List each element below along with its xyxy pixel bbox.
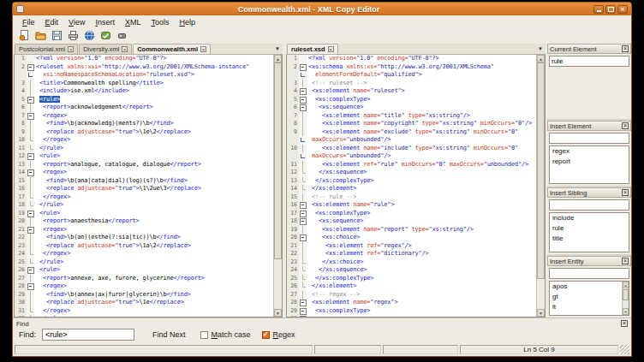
- fold-toggle-icon[interactable]: [27, 282, 34, 291]
- tab-commonwealth-xml[interactable]: Commonwealth.xml: [133, 44, 211, 54]
- code-line[interactable]: 16 <replace adjustcase="true">\1\2ue\3</…: [15, 185, 273, 193]
- resize-grip[interactable]: [620, 345, 629, 354]
- code-line[interactable]: 21 <xs:element ref="regex"/>: [287, 242, 536, 251]
- code-line[interactable]: 20 <report>anaesthesia</report>: [15, 217, 273, 226]
- code-line[interactable]: 3 <!-- ruleset -->: [287, 80, 536, 88]
- tab-close-icon[interactable]: [122, 46, 128, 52]
- fold-toggle-icon[interactable]: [299, 63, 307, 72]
- right-editor[interactable]: 1<?xml version="1.0" encoding="UTF-8"?>2…: [286, 55, 546, 317]
- list-item-include[interactable]: include: [550, 213, 629, 223]
- code-line[interactable]: 5 <rule>: [15, 96, 273, 104]
- print-icon[interactable]: [68, 30, 79, 41]
- tab-postcolonial-xml[interactable]: Postcolonial.xml: [15, 44, 78, 54]
- current-element-input[interactable]: [549, 56, 629, 67]
- list-item-gt[interactable]: gt: [550, 292, 629, 302]
- panel-close-icon[interactable]: [622, 122, 629, 129]
- code-line[interactable]: 6 <xs:sequence>: [287, 104, 536, 112]
- code-line[interactable]: 17 <xs:complexType>: [287, 210, 536, 218]
- code-line[interactable]: 28 <xs:element name="regex">: [287, 299, 536, 307]
- code-line[interactable]: 23 </xs:choice>: [287, 258, 536, 267]
- fold-toggle-icon[interactable]: [299, 299, 307, 307]
- fold-toggle-icon[interactable]: [299, 96, 307, 104]
- code-line[interactable]: 9 <replace adjustcase="true">\1e\2</repl…: [15, 128, 273, 137]
- insert-sibling-input[interactable]: [549, 199, 629, 211]
- menu-edit[interactable]: Edit: [40, 18, 64, 27]
- tab-close-icon[interactable]: [200, 46, 206, 52]
- code-line[interactable]: 30 <replace adjustcase="true">\1e</repla…: [15, 299, 273, 307]
- tab-ruleset-xsd[interactable]: ruleset.xsd: [287, 44, 338, 54]
- fold-toggle-icon[interactable]: [27, 169, 34, 177]
- code-line[interactable]: 16 <xs:element name="rule">: [287, 201, 536, 210]
- scroll-down-icon[interactable]: [623, 308, 629, 315]
- code-line[interactable]: 8 <xs:element name="copyright" type="xs:…: [287, 120, 536, 128]
- code-line[interactable]: 26 <rule>: [15, 266, 273, 275]
- code-line[interactable]: 25 </xs:complexType>: [287, 275, 536, 283]
- open-folder-icon[interactable]: [35, 30, 46, 41]
- panel-close-icon[interactable]: [622, 258, 629, 264]
- code-line[interactable]: 29 <xs:complexType>: [287, 307, 536, 316]
- code-line[interactable]: 2<xs:schema xmlns:xs="http://www.w3.org/…: [287, 63, 536, 72]
- code-line[interactable]: 13 <report>analogue, catalogue, dialogue…: [15, 161, 273, 169]
- right-vertical-scrollbar[interactable]: [536, 55, 545, 317]
- web-browser-icon[interactable]: [84, 30, 95, 41]
- code-line[interactable]: 6 <report>acknowledgement</report>: [15, 104, 273, 112]
- scroll-down-icon[interactable]: [274, 309, 282, 317]
- code-line[interactable]: 1<?xml version="1.0" encoding="UTF-8"?>: [287, 55, 536, 63]
- code-line[interactable]: elementFormDefault="qualified">: [287, 71, 536, 80]
- menu-tools[interactable]: Tools: [146, 18, 174, 27]
- list-item-lt[interactable]: lt: [550, 302, 629, 312]
- list-scrollbar[interactable]: [622, 282, 629, 315]
- list-item-report[interactable]: report: [550, 157, 629, 167]
- fold-toggle-icon[interactable]: [299, 315, 307, 317]
- panel-close-icon[interactable]: [622, 45, 629, 52]
- fold-toggle-icon[interactable]: [299, 201, 307, 210]
- fold-toggle-icon[interactable]: [27, 96, 34, 104]
- code-line[interactable]: 21 <regex>: [15, 226, 273, 234]
- code-line[interactable]: 2<ruleset xmlns:xsi="http://www.w3.org/2…: [15, 63, 273, 72]
- match-case-checkbox[interactable]: [200, 331, 208, 339]
- fold-toggle-icon[interactable]: [27, 226, 34, 234]
- code-line[interactable]: 12 <rule>: [15, 152, 273, 161]
- code-line[interactable]: 23 <replace adjustcase="true">\1a\2</rep…: [15, 242, 273, 251]
- tab-list-dropdown-icon[interactable]: [538, 39, 543, 54]
- find-close-icon[interactable]: [621, 320, 628, 327]
- code-line[interactable]: 24 </regex>: [15, 250, 273, 258]
- code-line[interactable]: 4 <include>ise.xml</include>: [15, 87, 273, 96]
- code-line[interactable]: 27 <!-- regex -->: [287, 291, 536, 300]
- code-line[interactable]: 13 </xs:complexType>: [287, 177, 536, 186]
- insert-entity-input[interactable]: [549, 268, 629, 279]
- scroll-thumb[interactable]: [537, 62, 545, 279]
- minimize-icon[interactable]: [593, 5, 604, 14]
- code-line[interactable]: 1<?xml version="1.0" encoding="UTF-8"?>: [15, 55, 273, 63]
- scroll-up-icon[interactable]: [274, 55, 282, 62]
- scroll-thumb[interactable]: [274, 62, 282, 259]
- list-item-quot[interactable]: quot: [550, 312, 629, 316]
- menu-file[interactable]: File: [17, 18, 40, 27]
- code-line[interactable]: 18 </rule>: [15, 201, 273, 210]
- maximize-icon[interactable]: [605, 5, 616, 14]
- tab-diversity-xml[interactable]: Diversity.xml: [79, 44, 132, 54]
- code-line[interactable]: 17 </regex>: [15, 193, 273, 202]
- menu-xml[interactable]: XML: [120, 18, 146, 27]
- code-line[interactable]: 14 </xs:element>: [287, 185, 536, 193]
- right-code-area[interactable]: 1<?xml version="1.0" encoding="UTF-8"?>2…: [287, 55, 536, 317]
- fold-toggle-icon[interactable]: [299, 87, 307, 96]
- code-line[interactable]: 12 </xs:sequence>: [287, 169, 536, 177]
- code-line[interactable]: maxOccurs="unbounded"/>: [287, 152, 536, 161]
- code-line[interactable]: 20 <xs:choice>: [287, 234, 536, 242]
- validate-icon[interactable]: [116, 30, 128, 41]
- code-line[interactable]: 15 <!-- rule -->: [287, 193, 536, 202]
- code-line[interactable]: 15 <find>\b(ana|cata|dial)(log)(s?)\b</f…: [15, 177, 273, 186]
- code-line[interactable]: 26 </xs:element>: [287, 282, 536, 291]
- menu-view[interactable]: View: [63, 18, 90, 27]
- list-item-rule[interactable]: rule: [550, 223, 629, 234]
- code-line[interactable]: 3 <title>Commonwealth spelling</title>: [15, 80, 273, 88]
- code-line[interactable]: 25 </rule>: [15, 258, 273, 267]
- fold-toggle-icon[interactable]: [299, 104, 307, 112]
- fold-toggle-icon[interactable]: [299, 234, 307, 242]
- tab-close-icon[interactable]: [68, 46, 74, 52]
- code-line[interactable]: 22 <xs:element ref="dictionary"/>: [287, 250, 536, 258]
- fold-toggle-icon[interactable]: [299, 307, 307, 316]
- code-line[interactable]: 32 </rule>: [15, 315, 273, 317]
- insert-element-input[interactable]: [549, 133, 629, 144]
